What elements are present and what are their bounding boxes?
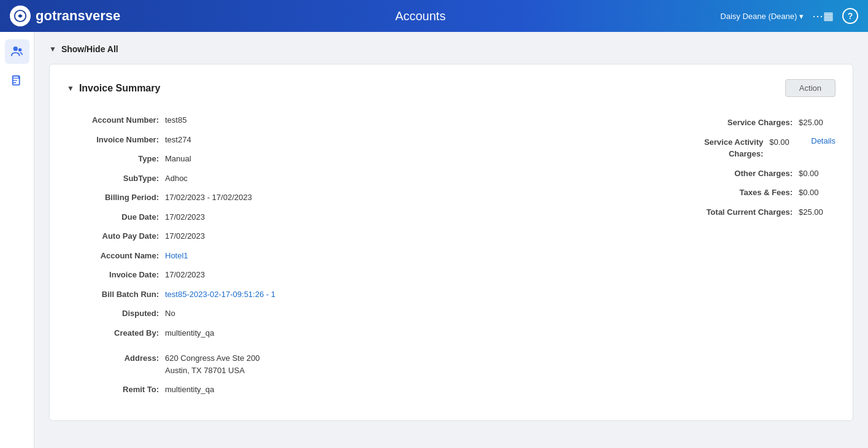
invoice-card-header: ▼ Invoice Summary Action: [67, 79, 835, 97]
action-button[interactable]: Action: [785, 79, 835, 97]
topnav-right: Daisy Deane (Deane) ▾ ⋯▦ ?: [720, 8, 858, 24]
field-created-by: Created By: multientity_qa: [67, 327, 444, 339]
invoice-body: Account Number: test85 Invoice Number: t…: [67, 114, 835, 403]
field-account-name: Account Name: Hotel1: [67, 250, 444, 262]
svg-point-2: [18, 48, 21, 52]
field-billing-period: Billing Period: 17/02/2023 - 17/02/2023: [67, 191, 444, 204]
invoice-summary-title: ▼ Invoice Summary: [67, 83, 160, 94]
main-content: ▼ Show/Hide All ▼ Invoice Summary Action…: [34, 32, 868, 448]
charge-service: Service Charges: $25.00: [459, 117, 836, 129]
section-collapse-icon: ▼: [67, 84, 74, 93]
field-address: Address: 620 Congress Ave Ste 200 Austin…: [67, 352, 444, 376]
logo[interactable]: gotransverse: [10, 6, 120, 26]
charge-other: Other Charges: $0.00: [459, 168, 836, 180]
grid-icon[interactable]: ⋯▦: [812, 9, 834, 23]
top-navigation: gotransverse Accounts Daisy Deane (Deane…: [0, 0, 868, 32]
details-link[interactable]: Details: [811, 136, 835, 145]
charge-service-activity: Service ActivityCharges: $0.00 Details: [459, 136, 836, 160]
account-name-link[interactable]: Hotel1: [165, 250, 188, 262]
logo-text: gotransverse: [36, 8, 120, 24]
logo-icon: [10, 6, 31, 26]
field-invoice-number: Invoice Number: test274: [67, 134, 444, 146]
sidebar-item-accounts[interactable]: [5, 39, 29, 64]
user-menu[interactable]: Daisy Deane (Deane) ▾: [720, 12, 804, 21]
collapse-icon: ▼: [49, 45, 56, 53]
app-layout: ▼ Show/Hide All ▼ Invoice Summary Action…: [0, 32, 868, 448]
field-account-number: Account Number: test85: [67, 114, 444, 126]
invoice-charges-right: Service Charges: $25.00 Service Activity…: [459, 114, 836, 403]
field-remit-to: Remit To: multientity_qa: [67, 384, 444, 396]
page-title: Accounts: [120, 9, 720, 23]
show-hide-all[interactable]: ▼ Show/Hide All: [49, 44, 853, 54]
sidebar: [0, 32, 34, 448]
field-type: Type: Manual: [67, 153, 444, 165]
invoice-fields-left: Account Number: test85 Invoice Number: t…: [67, 114, 444, 403]
field-auto-pay-date: Auto Pay Date: 17/02/2023: [67, 230, 444, 242]
charge-total: Total Current Charges: $25.00: [459, 206, 836, 218]
charge-taxes-fees: Taxes & Fees: $0.00: [459, 187, 836, 199]
help-icon[interactable]: ?: [842, 8, 858, 24]
sidebar-item-documents[interactable]: [5, 69, 29, 93]
field-due-date: Due Date: 17/02/2023: [67, 211, 444, 223]
svg-point-1: [13, 47, 17, 51]
show-hide-label: Show/Hide All: [61, 44, 118, 54]
field-invoice-date: Invoice Date: 17/02/2023: [67, 269, 444, 281]
bill-batch-run-link[interactable]: test85-2023-02-17-09:51:26 - 1: [165, 288, 275, 301]
field-disputed: Disputed: No: [67, 307, 444, 320]
field-bill-batch-run: Bill Batch Run: test85-2023-02-17-09:51:…: [67, 288, 444, 301]
field-subtype: SubType: Adhoc: [67, 172, 444, 185]
invoice-card: ▼ Invoice Summary Action Account Number:…: [49, 64, 853, 421]
